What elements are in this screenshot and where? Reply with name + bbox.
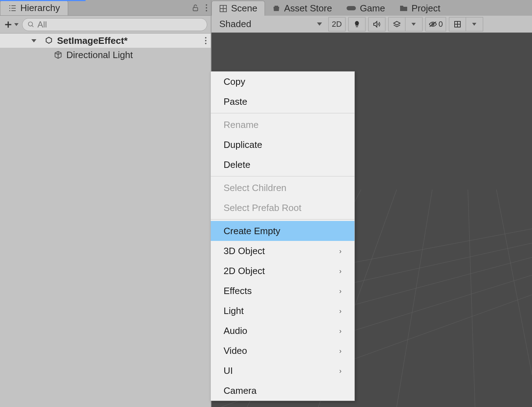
svg-rect-6 — [193, 7, 198, 11]
lighting-toggle[interactable] — [348, 17, 365, 31]
hierarchy-item[interactable]: Directional Light — [0, 48, 211, 62]
menu-item-camera[interactable]: Camera — [211, 381, 354, 401]
scene-row[interactable]: SetImageEffect* — [0, 34, 211, 48]
gizmos-dropdown[interactable] — [466, 17, 483, 31]
effects-dropdown[interactable] — [405, 17, 423, 31]
svg-point-9 — [206, 10, 207, 11]
project-icon — [399, 4, 408, 12]
menu-item-create-empty[interactable]: Create Empty — [211, 221, 354, 241]
menu-item-video[interactable]: Video› — [211, 341, 354, 361]
menu-item-label: UI — [224, 365, 233, 376]
svg-point-7 — [206, 4, 207, 6]
menu-item-rename: Rename — [211, 115, 354, 135]
hierarchy-icon — [8, 4, 17, 12]
menu-separator — [211, 176, 354, 176]
game-icon — [346, 5, 356, 12]
plus-icon — [4, 20, 13, 29]
menu-item-paste[interactable]: Paste — [211, 92, 354, 112]
tab-project[interactable]: Project — [392, 1, 447, 16]
menu-item-label: Duplicate — [224, 139, 262, 150]
svg-point-15 — [205, 40, 206, 41]
chevron-down-icon — [411, 23, 416, 26]
item-label: Directional Light — [66, 50, 133, 61]
svg-line-34 — [468, 190, 475, 407]
cube-icon — [53, 50, 63, 60]
tab-game[interactable]: Game — [339, 1, 392, 16]
chevron-down-icon[interactable] — [317, 22, 322, 26]
audio-toggle[interactable] — [368, 17, 385, 31]
menu-item-delete[interactable]: Delete — [211, 155, 354, 175]
menu-item-duplicate[interactable]: Duplicate — [211, 135, 354, 155]
lightbulb-icon — [353, 20, 360, 28]
chevron-right-icon: › — [339, 287, 342, 295]
menu-item-effects[interactable]: Effects› — [211, 281, 354, 301]
tab-label: Project — [411, 3, 440, 14]
effects-toggle[interactable] — [388, 17, 405, 31]
scene-icon — [219, 4, 227, 13]
svg-point-12 — [29, 22, 33, 26]
scene-tab-bar: Scene Asset Store Game Project — [211, 0, 532, 16]
tab-scene[interactable]: Scene — [211, 1, 265, 16]
search-text[interactable] — [37, 20, 202, 30]
menu-item-ui[interactable]: UI› — [211, 361, 354, 381]
menu-item-copy[interactable]: Copy — [211, 72, 354, 92]
context-menu: CopyPasteRenameDuplicateDeleteSelect Chi… — [210, 71, 355, 401]
menu-item-3d-object[interactable]: 3D Object› — [211, 241, 354, 261]
speaker-icon — [373, 21, 381, 28]
search-icon — [27, 21, 35, 28]
chevron-right-icon: › — [339, 247, 342, 255]
chevron-right-icon: › — [339, 367, 342, 375]
svg-point-8 — [206, 7, 207, 9]
menu-item-label: Rename — [224, 119, 259, 130]
gizmos-icon — [454, 20, 461, 28]
chevron-right-icon: › — [339, 307, 342, 315]
create-button[interactable] — [4, 20, 19, 29]
menu-item-label: 2D Object — [224, 266, 265, 277]
svg-line-13 — [32, 25, 34, 27]
svg-point-14 — [205, 37, 206, 38]
more-icon[interactable] — [205, 4, 208, 12]
shading-mode-dropdown[interactable]: Shaded — [214, 17, 260, 31]
gizmos-toggle[interactable] — [449, 17, 466, 31]
chevron-right-icon: › — [339, 347, 342, 355]
menu-item-label: 3D Object — [224, 246, 265, 257]
menu-item-audio[interactable]: Audio› — [211, 321, 354, 341]
menu-separator — [211, 219, 354, 220]
svg-point-16 — [205, 43, 206, 44]
menu-item-label: Video — [224, 345, 247, 356]
menu-item-light[interactable]: Light› — [211, 301, 354, 321]
menu-item-label: Copy — [224, 76, 245, 87]
expand-icon[interactable] — [31, 39, 36, 42]
scene-label: SetImageEffect* — [57, 35, 128, 46]
svg-line-35 — [496, 190, 532, 375]
scene-toolbar: Shaded 2D — [211, 16, 532, 33]
chevron-down-icon — [472, 23, 476, 26]
tab-asset-store[interactable]: Asset Store — [265, 1, 339, 16]
lock-icon[interactable] — [191, 4, 199, 12]
tab-hierarchy[interactable]: Hierarchy — [0, 0, 68, 15]
hierarchy-toolbar — [0, 16, 211, 34]
menu-item-select-children: Select Children — [211, 178, 354, 198]
row-more-icon[interactable] — [204, 37, 207, 45]
menu-item-label: Select Prefab Root — [224, 202, 301, 213]
chevron-right-icon: › — [339, 327, 342, 335]
visibility-toggle[interactable]: 0 — [425, 17, 446, 31]
asset-store-icon — [272, 4, 281, 12]
tab-label: Game — [360, 3, 385, 14]
eye-off-icon — [429, 21, 437, 27]
menu-item-label: Paste — [224, 96, 247, 107]
2d-label: 2D — [332, 20, 342, 29]
chevron-down-icon — [14, 23, 19, 26]
tab-label: Asset Store — [284, 3, 332, 14]
menu-item-select-prefab-root: Select Prefab Root — [211, 198, 354, 218]
menu-item-2d-object[interactable]: 2D Object› — [211, 261, 354, 281]
menu-separator — [211, 113, 354, 113]
layers-icon — [393, 21, 401, 28]
svg-line-33 — [397, 190, 432, 407]
search-input[interactable] — [22, 18, 207, 31]
tab-label: Scene — [231, 3, 257, 14]
menu-item-label: Delete — [224, 159, 250, 170]
menu-item-label: Light — [224, 305, 244, 316]
2d-toggle-button[interactable]: 2D — [328, 17, 346, 31]
svg-rect-20 — [347, 6, 356, 10]
